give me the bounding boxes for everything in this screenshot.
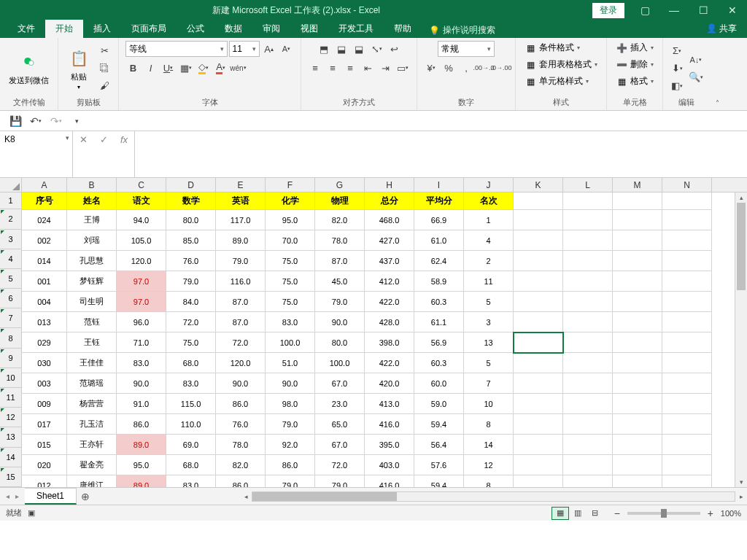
cell[interactable] — [514, 455, 563, 475]
zoom-level[interactable]: 100% — [721, 509, 741, 518]
cell[interactable] — [613, 353, 662, 373]
cell[interactable]: 105.0 — [117, 230, 166, 251]
cell[interactable]: 120.0 — [117, 251, 166, 271]
redo-button[interactable]: ↷▾ — [48, 114, 64, 128]
cell[interactable]: 66.9 — [414, 210, 464, 230]
cell[interactable]: 姓名 — [67, 192, 117, 210]
cell[interactable]: 89.0 — [117, 435, 166, 455]
cell[interactable]: 79.0 — [266, 475, 315, 487]
cell[interactable] — [514, 373, 563, 394]
cell[interactable]: 英语 — [216, 192, 266, 210]
scrollbar-thumb[interactable] — [737, 203, 746, 290]
cell[interactable]: 85.0 — [166, 230, 216, 251]
macro-record-icon[interactable]: ▣ — [28, 508, 35, 518]
cell[interactable] — [613, 192, 662, 210]
cell[interactable] — [662, 230, 712, 251]
fill-color-button[interactable]: ◇▾ — [196, 60, 212, 76]
cells-area[interactable]: 序号姓名语文数学英语化学物理总分平均分名次024王博94.080.0117.09… — [22, 192, 712, 487]
share-button[interactable]: 👤 共享 — [696, 20, 747, 38]
italic-button[interactable]: I — [143, 60, 159, 76]
align-top-button[interactable]: ⬒ — [316, 41, 332, 57]
comma-format-button[interactable]: , — [458, 60, 474, 76]
cell[interactable]: 395.0 — [365, 435, 414, 455]
select-all-button[interactable] — [0, 178, 22, 192]
cell[interactable]: 75.0 — [266, 251, 315, 271]
cell[interactable] — [662, 312, 712, 332]
cell[interactable] — [613, 251, 662, 271]
cell[interactable] — [613, 271, 662, 292]
cell[interactable]: 002 — [22, 230, 67, 251]
cell[interactable]: 100.0 — [266, 332, 315, 353]
cell[interactable]: 015 — [22, 435, 67, 455]
cell[interactable] — [613, 455, 662, 475]
cell[interactable] — [563, 332, 613, 353]
cell[interactable] — [662, 353, 712, 373]
cell[interactable]: 67.0 — [315, 373, 365, 394]
qat-customize-button[interactable]: ▾ — [69, 114, 85, 128]
cell[interactable] — [662, 414, 712, 435]
collapse-ribbon-icon[interactable]: ˄ — [716, 99, 719, 107]
cell[interactable]: 422.0 — [365, 292, 414, 312]
accounting-format-button[interactable]: ¥▾ — [423, 60, 439, 76]
row-header[interactable]: 11 — [0, 388, 22, 408]
cell[interactable]: 95.0 — [117, 455, 166, 475]
cell[interactable]: 范璐瑶 — [67, 373, 117, 394]
cell[interactable]: 116.0 — [216, 271, 266, 292]
cell[interactable] — [563, 251, 613, 271]
align-middle-button[interactable]: ⬓ — [333, 41, 349, 57]
border-button[interactable]: ▦▾ — [178, 60, 194, 76]
cell[interactable]: 95.0 — [266, 210, 315, 230]
cell[interactable]: 115.0 — [166, 394, 216, 414]
sort-filter-button[interactable]: A↓▾ — [688, 52, 704, 68]
cell[interactable] — [613, 332, 662, 353]
cell[interactable]: 王博 — [67, 210, 117, 230]
cell[interactable] — [662, 373, 712, 394]
cell[interactable]: 51.0 — [266, 353, 315, 373]
cell[interactable] — [563, 292, 613, 312]
cell[interactable]: 唐维江 — [67, 475, 117, 487]
cell[interactable]: 孔玉洁 — [67, 414, 117, 435]
cell[interactable] — [662, 292, 712, 312]
row-header[interactable]: 2 — [0, 209, 22, 229]
column-header[interactable]: B — [67, 178, 117, 192]
column-header[interactable]: A — [22, 178, 67, 192]
cell[interactable] — [563, 414, 613, 435]
cell[interactable]: 029 — [22, 332, 67, 353]
hscroll-thumb[interactable] — [252, 492, 397, 501]
cell[interactable]: 89.0 — [117, 475, 166, 487]
conditional-format-button[interactable]: ▦ 条件格式 ▾ — [522, 41, 583, 55]
cell[interactable]: 120.0 — [216, 353, 266, 373]
send-to-wechat-button[interactable]: 发送到微信 — [6, 49, 52, 88]
align-right-button[interactable]: ≡ — [342, 60, 358, 76]
cell[interactable]: 78.0 — [315, 230, 365, 251]
row-header[interactable]: 13 — [0, 427, 22, 447]
cell[interactable]: 45.0 — [315, 271, 365, 292]
cell[interactable]: 8 — [464, 414, 514, 435]
column-header[interactable]: E — [216, 178, 266, 192]
cell[interactable]: 86.0 — [216, 394, 266, 414]
minimize-icon[interactable]: ― — [659, 0, 689, 20]
cell[interactable]: 王亦轩 — [67, 435, 117, 455]
underline-button[interactable]: U▾ — [160, 60, 177, 76]
cell[interactable]: 79.0 — [166, 271, 216, 292]
cell[interactable]: 孔思慧 — [67, 251, 117, 271]
cell[interactable]: 23.0 — [315, 394, 365, 414]
cell[interactable]: 422.0 — [365, 353, 414, 373]
cell[interactable]: 平均分 — [414, 192, 464, 210]
delete-cells-button[interactable]: ➖ 删除 ▾ — [613, 58, 657, 71]
cell[interactable] — [563, 230, 613, 251]
cell[interactable] — [514, 312, 563, 332]
column-header[interactable]: N — [662, 178, 712, 192]
cell[interactable]: 117.0 — [216, 210, 266, 230]
cell[interactable] — [613, 394, 662, 414]
cell[interactable] — [563, 312, 613, 332]
cell[interactable]: 翟金亮 — [67, 455, 117, 475]
cell[interactable]: 4 — [464, 230, 514, 251]
cell[interactable] — [514, 251, 563, 271]
cell[interactable]: 3 — [464, 312, 514, 332]
cell[interactable]: 总分 — [365, 192, 414, 210]
cell[interactable]: 017 — [22, 414, 67, 435]
cell[interactable] — [662, 435, 712, 455]
cell[interactable]: 428.0 — [365, 312, 414, 332]
cell[interactable] — [662, 251, 712, 271]
